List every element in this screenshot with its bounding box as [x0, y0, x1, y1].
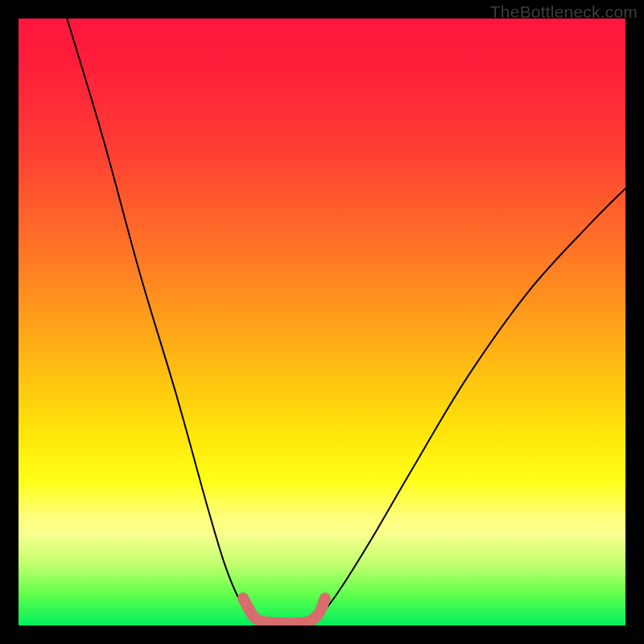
watermark-text: TheBottleneck.com [490, 2, 638, 22]
chart-svg [19, 19, 625, 625]
right-curve [310, 188, 625, 622]
valley-highlight [243, 598, 325, 623]
chart-frame: TheBottleneck.com [0, 0, 644, 644]
left-curve [67, 19, 261, 622]
chart-plot-area [19, 19, 625, 625]
